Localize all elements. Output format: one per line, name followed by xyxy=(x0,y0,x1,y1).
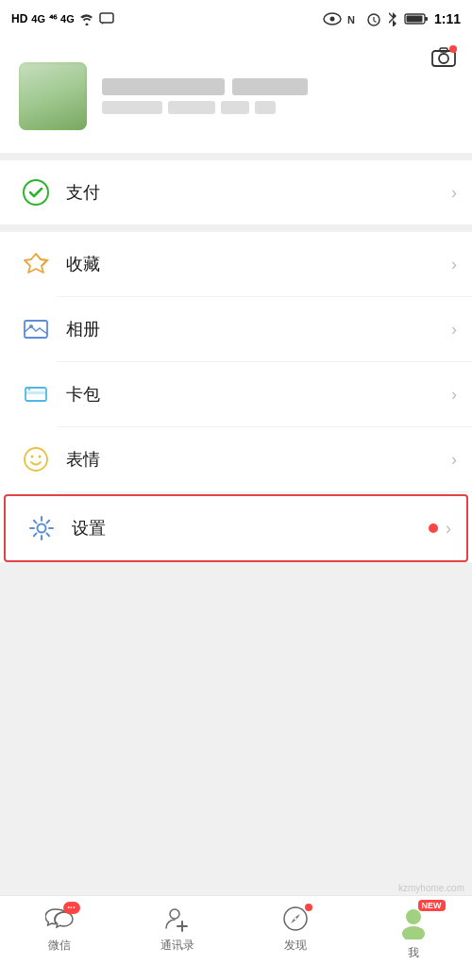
tab-item-discover[interactable]: 发现 xyxy=(236,904,354,954)
svg-point-22 xyxy=(294,918,296,921)
eye-icon xyxy=(323,12,342,25)
alarm-icon xyxy=(366,11,381,26)
album-label: 相册 xyxy=(66,318,451,341)
wifi-icon xyxy=(78,12,95,25)
card-chevron: › xyxy=(451,385,457,405)
status-right: N 1:11 xyxy=(323,11,461,26)
tab-bar: ··· 微信 通讯录 发现 xyxy=(0,895,472,980)
svg-point-16 xyxy=(25,448,47,471)
nfc-icon: N xyxy=(347,12,361,25)
profile-sub-row xyxy=(102,101,453,114)
contacts-icon xyxy=(162,904,193,934)
profile-name xyxy=(102,78,225,95)
profile-name-row xyxy=(102,78,453,95)
menu-item-pay[interactable]: 支付 › xyxy=(0,160,472,224)
card-icon xyxy=(19,377,53,411)
tab-item-wechat[interactable]: ··· 微信 xyxy=(0,904,118,954)
pay-label: 支付 xyxy=(66,181,451,204)
svg-point-11 xyxy=(24,180,48,205)
profile-section xyxy=(0,47,472,140)
settings-notification-dot xyxy=(429,523,438,533)
svg-point-17 xyxy=(31,456,34,458)
svg-point-19 xyxy=(38,524,46,533)
album-icon xyxy=(19,312,53,346)
profile-sub3 xyxy=(221,101,249,114)
menu-item-album[interactable]: 相册 › xyxy=(0,297,472,361)
menu-item-settings[interactable]: 设置 › xyxy=(4,494,468,562)
profile-info xyxy=(102,78,453,114)
divider-emoji xyxy=(57,491,472,492)
svg-point-23 xyxy=(406,909,421,924)
tab-item-contacts[interactable]: 通讯录 xyxy=(118,904,236,954)
svg-text:N: N xyxy=(347,14,355,25)
svg-rect-15 xyxy=(25,391,46,394)
profile-name2 xyxy=(232,78,308,95)
pay-icon xyxy=(19,175,53,209)
pay-chevron: › xyxy=(451,183,457,203)
svg-rect-10 xyxy=(440,48,447,52)
wechat-badge: ··· xyxy=(63,902,80,914)
section-divider-3 xyxy=(0,564,472,621)
status-bar: HD 4G ⁴⁶ 4G N 1:11 xyxy=(0,0,472,38)
camera-red-dot xyxy=(449,45,457,53)
settings-icon xyxy=(25,511,59,545)
profile-sub4 xyxy=(255,101,276,114)
discover-badge-dot xyxy=(305,904,312,911)
favorites-label: 收藏 xyxy=(66,253,451,275)
emoji-label: 表情 xyxy=(66,448,451,471)
svg-point-2 xyxy=(329,17,334,22)
section-divider-2 xyxy=(0,224,472,232)
menu-section-pay: 支付 › xyxy=(0,160,472,224)
svg-point-20 xyxy=(170,909,179,919)
settings-chevron: › xyxy=(446,519,451,539)
svg-rect-7 xyxy=(406,16,422,23)
menu-item-emoji[interactable]: 表情 › xyxy=(0,427,472,491)
me-tab-label: 我 xyxy=(408,945,419,961)
discover-tab-label: 发现 xyxy=(284,938,307,954)
message-icon xyxy=(99,12,114,25)
bluetooth-icon xyxy=(387,11,398,26)
discover-icon xyxy=(280,904,311,934)
section-divider-1 xyxy=(0,153,472,160)
settings-label: 设置 xyxy=(72,517,429,540)
menu-item-favorites[interactable]: 收藏 › xyxy=(0,232,472,296)
svg-point-24 xyxy=(402,926,425,939)
svg-point-13 xyxy=(29,324,33,328)
emoji-icon xyxy=(19,442,53,476)
svg-rect-6 xyxy=(425,17,428,21)
camera-button[interactable] xyxy=(430,45,457,74)
status-carrier: HD 4G ⁴⁶ 4G xyxy=(11,12,114,25)
profile-sub2 xyxy=(168,101,215,114)
battery-icon xyxy=(404,12,429,25)
menu-item-card[interactable]: 卡包 › xyxy=(0,362,472,426)
menu-section-main: 收藏 › 相册 › 卡包 › xyxy=(0,232,472,562)
time-display: 1:11 xyxy=(434,11,461,26)
svg-point-18 xyxy=(39,456,42,458)
wechat-tab-label: 微信 xyxy=(48,938,71,954)
me-icon: NEW xyxy=(395,904,432,941)
header-area xyxy=(0,38,472,153)
avatar[interactable] xyxy=(19,62,87,130)
emoji-chevron: › xyxy=(451,450,457,470)
favorites-icon xyxy=(19,247,53,281)
tab-item-me[interactable]: NEW 我 xyxy=(354,904,472,961)
card-label: 卡包 xyxy=(66,383,451,406)
watermark: kzmyhome.com xyxy=(398,883,464,893)
svg-point-9 xyxy=(439,54,448,63)
profile-sub1 xyxy=(102,101,162,114)
album-chevron: › xyxy=(451,320,457,340)
wechat-icon: ··· xyxy=(44,904,75,934)
svg-rect-0 xyxy=(100,13,113,23)
favorites-chevron: › xyxy=(451,255,457,274)
contacts-tab-label: 通讯录 xyxy=(160,938,194,954)
me-new-badge: NEW xyxy=(418,900,446,911)
